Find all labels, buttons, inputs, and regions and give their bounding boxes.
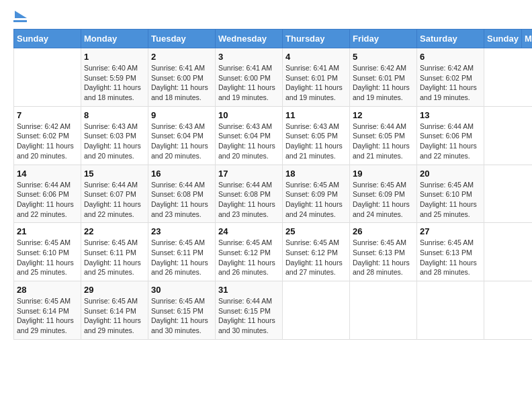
day-info: Sunrise: 6:41 AM Sunset: 6:01 PM Dayligh… (285, 63, 347, 103)
day-number: 16 (151, 169, 212, 179)
calendar-cell: 27Sunrise: 6:45 AM Sunset: 6:13 PM Dayli… (417, 223, 484, 281)
day-number: 15 (84, 169, 145, 179)
weekday-header-tuesday: Tuesday (148, 30, 216, 48)
day-number: 25 (285, 226, 347, 236)
day-number: 1 (84, 52, 145, 62)
calendar-cell: 26Sunrise: 6:45 AM Sunset: 6:13 PM Dayli… (350, 223, 417, 281)
day-info: Sunrise: 6:41 AM Sunset: 6:00 PM Dayligh… (218, 63, 279, 103)
logo (13, 11, 27, 22)
calendar-week-row: 1Sunrise: 6:40 AM Sunset: 5:59 PM Daylig… (14, 48, 533, 107)
calendar-cell: 2Sunrise: 6:41 AM Sunset: 6:00 PM Daylig… (148, 48, 216, 107)
calendar-cell: 5Sunrise: 6:42 AM Sunset: 6:01 PM Daylig… (350, 48, 417, 107)
calendar-cell (283, 281, 350, 340)
day-info: Sunrise: 6:44 AM Sunset: 6:08 PM Dayligh… (218, 180, 279, 220)
day-info: Sunrise: 6:45 AM Sunset: 6:13 PM Dayligh… (353, 238, 414, 277)
calendar-cell (14, 48, 81, 107)
day-info: Sunrise: 6:45 AM Sunset: 6:09 PM Dayligh… (285, 180, 347, 220)
day-number: 24 (218, 226, 279, 236)
day-number: 19 (353, 169, 414, 179)
day-number: 21 (17, 226, 78, 236)
day-info: Sunrise: 6:44 AM Sunset: 6:06 PM Dayligh… (420, 122, 481, 161)
day-info: Sunrise: 6:41 AM Sunset: 6:00 PM Dayligh… (151, 63, 212, 103)
day-number: 10 (218, 110, 279, 120)
day-number: 23 (151, 226, 212, 236)
day-info: Sunrise: 6:42 AM Sunset: 6:02 PM Dayligh… (17, 122, 78, 161)
day-number: 12 (353, 110, 414, 120)
calendar-cell: 29Sunrise: 6:45 AM Sunset: 6:14 PM Dayli… (81, 281, 148, 340)
day-info: Sunrise: 6:42 AM Sunset: 6:01 PM Dayligh… (353, 63, 414, 103)
day-number: 11 (285, 110, 347, 120)
weekday-header-sunday: Sunday (14, 30, 81, 48)
day-number: 27 (420, 226, 481, 236)
day-number: 22 (84, 226, 145, 236)
calendar-week-row: 14Sunrise: 6:44 AM Sunset: 6:06 PM Dayli… (14, 165, 533, 223)
day-info: Sunrise: 6:45 AM Sunset: 6:10 PM Dayligh… (17, 238, 78, 277)
day-info: Sunrise: 6:40 AM Sunset: 5:59 PM Dayligh… (84, 63, 145, 103)
weekday-header-monday: Monday (81, 30, 148, 48)
day-info: Sunrise: 6:44 AM Sunset: 6:05 PM Dayligh… (353, 122, 414, 161)
calendar-cell: 6Sunrise: 6:42 AM Sunset: 6:02 PM Daylig… (417, 48, 484, 107)
calendar-cell: 25Sunrise: 6:45 AM Sunset: 6:12 PM Dayli… (283, 223, 350, 281)
calendar-cell: 24Sunrise: 6:45 AM Sunset: 6:12 PM Dayli… (216, 223, 283, 281)
calendar-week-row: 21Sunrise: 6:45 AM Sunset: 6:10 PM Dayli… (14, 223, 533, 281)
logo-underline (13, 20, 27, 22)
calendar-cell (417, 281, 484, 340)
calendar-cell: 15Sunrise: 6:44 AM Sunset: 6:07 PM Dayli… (81, 165, 148, 223)
calendar-cell: 20Sunrise: 6:45 AM Sunset: 6:10 PM Dayli… (417, 165, 484, 223)
logo-triangle-icon (15, 11, 27, 18)
day-number: 28 (17, 285, 78, 295)
day-number: 2 (151, 52, 212, 62)
calendar-cell: 17Sunrise: 6:44 AM Sunset: 6:08 PM Dayli… (216, 165, 283, 223)
calendar-cell: 30Sunrise: 6:45 AM Sunset: 6:15 PM Dayli… (148, 281, 216, 340)
day-info: Sunrise: 6:45 AM Sunset: 6:11 PM Dayligh… (84, 238, 145, 277)
calendar-cell: 12Sunrise: 6:44 AM Sunset: 6:05 PM Dayli… (350, 106, 417, 165)
day-info: Sunrise: 6:45 AM Sunset: 6:14 PM Dayligh… (84, 296, 145, 336)
weekday-header-saturday: Saturday (417, 30, 484, 48)
day-info: Sunrise: 6:44 AM Sunset: 6:08 PM Dayligh… (151, 180, 212, 220)
day-info: Sunrise: 6:45 AM Sunset: 6:11 PM Dayligh… (151, 238, 212, 277)
day-info: Sunrise: 6:45 AM Sunset: 6:12 PM Dayligh… (285, 238, 347, 277)
day-number: 13 (420, 110, 481, 120)
day-number: 3 (218, 52, 279, 62)
day-info: Sunrise: 6:44 AM Sunset: 6:06 PM Dayligh… (17, 180, 78, 220)
day-info: Sunrise: 6:43 AM Sunset: 6:05 PM Dayligh… (285, 122, 347, 161)
weekday-header-monday: Monday (521, 30, 532, 48)
calendar-week-row: 28Sunrise: 6:45 AM Sunset: 6:14 PM Dayli… (14, 281, 533, 340)
day-number: 6 (420, 52, 481, 62)
calendar-cell: 19Sunrise: 6:45 AM Sunset: 6:09 PM Dayli… (350, 165, 417, 223)
calendar-cell: 7Sunrise: 6:42 AM Sunset: 6:02 PM Daylig… (14, 106, 81, 165)
calendar-cell: 8Sunrise: 6:43 AM Sunset: 6:03 PM Daylig… (81, 106, 148, 165)
day-number: 4 (285, 52, 347, 62)
day-number: 20 (420, 169, 481, 179)
calendar-header-row: SundayMondayTuesdayWednesdayThursdayFrid… (14, 30, 533, 48)
calendar-cell: 28Sunrise: 6:45 AM Sunset: 6:14 PM Dayli… (14, 281, 81, 340)
page-header (13, 11, 519, 22)
calendar-cell: 10Sunrise: 6:43 AM Sunset: 6:04 PM Dayli… (216, 106, 283, 165)
day-number: 14 (17, 169, 78, 179)
day-info: Sunrise: 6:45 AM Sunset: 6:15 PM Dayligh… (151, 296, 212, 336)
day-info: Sunrise: 6:43 AM Sunset: 6:03 PM Dayligh… (84, 122, 145, 161)
calendar-cell (350, 281, 417, 340)
day-info: Sunrise: 6:45 AM Sunset: 6:10 PM Dayligh… (420, 180, 481, 220)
day-number: 5 (353, 52, 414, 62)
day-number: 7 (17, 110, 78, 120)
day-number: 30 (151, 285, 212, 295)
calendar-cell: 4Sunrise: 6:41 AM Sunset: 6:01 PM Daylig… (283, 48, 350, 107)
calendar-table: SundayMondayTuesdayWednesdayThursdayFrid… (13, 29, 532, 340)
day-number: 26 (353, 226, 414, 236)
calendar-cell: 3Sunrise: 6:41 AM Sunset: 6:00 PM Daylig… (216, 48, 283, 107)
day-number: 18 (285, 169, 347, 179)
weekday-header-sunday: Sunday (484, 30, 522, 48)
calendar-cell: 11Sunrise: 6:43 AM Sunset: 6:05 PM Dayli… (283, 106, 350, 165)
day-number: 9 (151, 110, 212, 120)
day-info: Sunrise: 6:44 AM Sunset: 6:15 PM Dayligh… (218, 296, 279, 336)
calendar-cell: 16Sunrise: 6:44 AM Sunset: 6:08 PM Dayli… (148, 165, 216, 223)
day-number: 31 (218, 285, 279, 295)
day-info: Sunrise: 6:42 AM Sunset: 6:02 PM Dayligh… (420, 63, 481, 103)
day-number: 8 (84, 110, 145, 120)
day-info: Sunrise: 6:45 AM Sunset: 6:14 PM Dayligh… (17, 296, 78, 336)
day-number: 17 (218, 169, 279, 179)
day-info: Sunrise: 6:45 AM Sunset: 6:13 PM Dayligh… (420, 238, 481, 277)
day-info: Sunrise: 6:44 AM Sunset: 6:07 PM Dayligh… (84, 180, 145, 220)
day-info: Sunrise: 6:45 AM Sunset: 6:09 PM Dayligh… (353, 180, 414, 220)
